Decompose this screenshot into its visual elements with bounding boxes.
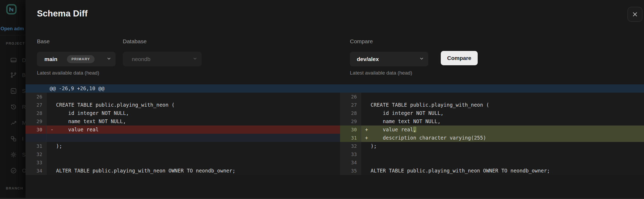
sidebar: Open adm PROJECT D B S R: [0, 0, 26, 199]
line-number: 27: [26, 101, 46, 109]
code-text: description character varying(255): [371, 134, 486, 142]
neon-logo[interactable]: [6, 4, 17, 16]
sidebar-item-branches[interactable]: B: [10, 72, 26, 79]
diff-marker: [361, 150, 371, 158]
line-number: 31: [340, 134, 361, 142]
primary-badge: PRIMARY: [67, 55, 95, 63]
sidebar-section-project: PROJECT: [6, 41, 26, 45]
base-branch-select[interactable]: main PRIMARY: [37, 52, 116, 66]
diff-row: 34ALTER TABLE public.playing_with_neon O…: [26, 167, 340, 175]
sidebar-item-sql-editor[interactable]: S: [10, 88, 26, 94]
diff-row: 32);: [340, 142, 644, 150]
diff-marker: [46, 158, 56, 167]
line-number: 29: [26, 117, 46, 126]
page-title: Schema Diff: [37, 8, 88, 19]
line-number: 35: [340, 167, 361, 175]
line-number: 28: [26, 109, 46, 117]
diff-row: 30+ value real,: [340, 126, 644, 134]
diff-marker: [361, 101, 371, 109]
sidebar-item-label: I: [22, 136, 24, 142]
diff-line: [361, 93, 644, 101]
diff-marker: [361, 117, 371, 126]
diff-line: [361, 158, 644, 167]
diff-line: + description character varying(255): [361, 134, 644, 142]
diff-line: );: [361, 142, 644, 150]
code-text: value real: [56, 126, 99, 134]
diff-line: + value real,: [361, 126, 644, 134]
bottom-divider: [0, 198, 644, 199]
compare-helper-text: Latest available data (head): [350, 70, 412, 76]
code-text: );: [56, 142, 62, 150]
close-button[interactable]: [628, 7, 642, 22]
diff-line: ALTER TABLE public.playing_with_neon OWN…: [361, 167, 644, 175]
diff-row: 26: [340, 93, 644, 101]
diff-marker: +: [361, 126, 371, 134]
diff-line: name text NOT NULL,: [46, 117, 340, 126]
sidebar-item-label: S: [22, 88, 26, 94]
restore-icon: [10, 103, 17, 110]
diff-row: 34: [340, 158, 644, 167]
compare-button[interactable]: Compare: [441, 51, 478, 65]
diff-line: id integer NOT NULL,: [361, 109, 644, 117]
diff-marker: [46, 101, 56, 109]
settings-icon: [10, 151, 17, 158]
diff-row: [26, 134, 340, 142]
database-label: Database: [123, 38, 147, 45]
diff-row: 28 id integer NOT NULL,: [340, 109, 644, 117]
diff-line: [361, 150, 644, 158]
diff-pane-base: 2627CREATE TABLE public.playing_with_neo…: [26, 93, 340, 175]
sidebar-item-restore[interactable]: R: [10, 103, 26, 110]
diff-line: CREATE TABLE public.playing_with_neon (: [361, 101, 644, 109]
database-select[interactable]: neondb: [123, 52, 202, 66]
compare-branch-select[interactable]: dev/alex: [350, 52, 428, 66]
code-text: value real,: [371, 126, 416, 134]
sidebar-item-label: S: [22, 152, 26, 158]
chevron-down-icon: [193, 56, 197, 62]
line-number: 28: [340, 109, 361, 117]
sidebar-item-monitoring[interactable]: M: [10, 119, 26, 126]
diff-line: );: [46, 142, 340, 150]
diff-row: 31+ description character varying(255): [340, 134, 644, 142]
diff-line: name text NOT NULL,: [361, 117, 644, 126]
diff-marker: [46, 142, 56, 150]
line-number: 34: [26, 167, 46, 175]
diff-marker: [361, 158, 371, 167]
diff-marker: [46, 134, 56, 142]
open-admin-link[interactable]: Open adm: [1, 26, 26, 32]
diff-marker: -: [46, 126, 56, 134]
diff-line: - value real: [46, 126, 340, 134]
sidebar-item-operations[interactable]: O: [10, 167, 26, 174]
diff-line: CREATE TABLE public.playing_with_neon (: [46, 101, 340, 109]
base-label: Base: [37, 38, 50, 45]
line-number: 33: [340, 150, 361, 158]
diff-row: 27CREATE TABLE public.playing_with_neon …: [26, 101, 340, 109]
diff-line: id integer NOT NULL,: [46, 109, 340, 117]
code-text: ALTER TABLE public.playing_with_neon OWN…: [56, 167, 235, 175]
line-number: 34: [340, 158, 361, 167]
integrations-icon: [10, 135, 17, 142]
sidebar-item-integrations[interactable]: I: [10, 135, 24, 142]
code-text: CREATE TABLE public.playing_with_neon (: [371, 101, 489, 109]
compare-label: Compare: [350, 38, 373, 45]
code-text: id integer NOT NULL,: [371, 109, 444, 117]
sidebar-item-dashboard[interactable]: D: [10, 57, 26, 64]
diff-marker: [361, 93, 371, 101]
line-number: 32: [26, 150, 46, 158]
base-branch-value: main: [44, 56, 57, 62]
diff-marker: [361, 142, 371, 150]
operations-icon: [10, 167, 17, 174]
neon-logo-icon: [6, 4, 17, 15]
code-text: );: [371, 142, 377, 150]
diff-pane-compare: 2627CREATE TABLE public.playing_with_neo…: [340, 93, 644, 175]
diff-row: 28 id integer NOT NULL,: [26, 109, 340, 117]
sidebar-item-settings[interactable]: S: [10, 151, 26, 158]
base-helper-text: Latest available data (head): [37, 70, 99, 76]
diff-line: [46, 158, 340, 167]
line-number: 30: [340, 126, 361, 134]
code-text: name text NOT NULL,: [56, 117, 126, 126]
line-number: 30: [26, 126, 46, 134]
diff-row: 35ALTER TABLE public.playing_with_neon O…: [340, 167, 644, 175]
sidebar-item-label: D: [22, 57, 26, 63]
diff-row: 29 name text NOT NULL,: [340, 117, 644, 126]
database-value: neondb: [132, 56, 150, 62]
